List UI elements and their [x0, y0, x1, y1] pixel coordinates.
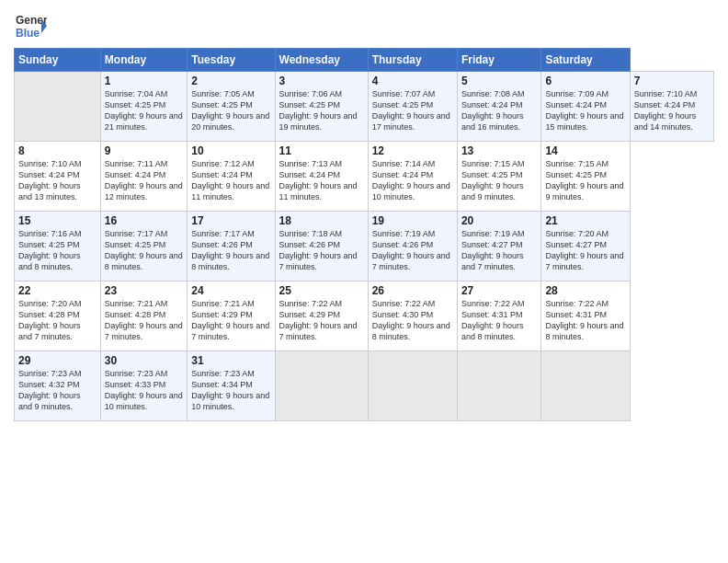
- calendar-cell: 1 Sunrise: 7:04 AMSunset: 4:25 PMDayligh…: [100, 72, 187, 142]
- day-number: 23: [105, 284, 183, 297]
- calendar-cell: [15, 72, 101, 142]
- day-number: 18: [279, 214, 364, 227]
- calendar-cell: 5 Sunrise: 7:08 AMSunset: 4:24 PMDayligh…: [457, 72, 541, 142]
- day-detail: Sunrise: 7:18 AMSunset: 4:26 PMDaylight:…: [279, 229, 358, 271]
- logo-svg: General Blue: [14, 9, 47, 42]
- day-number: 2: [191, 75, 270, 87]
- day-detail: Sunrise: 7:11 AMSunset: 4:24 PMDaylight:…: [105, 159, 183, 201]
- day-header-saturday: Saturday: [541, 49, 630, 72]
- calendar-cell: 22 Sunrise: 7:20 AMSunset: 4:28 PMDaylig…: [15, 282, 101, 351]
- day-number: 29: [18, 354, 97, 367]
- calendar-cell: 24 Sunrise: 7:21 AMSunset: 4:29 PMDaylig…: [188, 282, 275, 351]
- day-detail: Sunrise: 7:09 AMSunset: 4:24 PMDaylight:…: [545, 89, 623, 132]
- day-detail: Sunrise: 7:23 AMSunset: 4:34 PMDaylight:…: [191, 369, 269, 411]
- day-number: 19: [372, 214, 453, 227]
- day-header-thursday: Thursday: [368, 49, 457, 72]
- day-number: 10: [191, 144, 270, 157]
- calendar-cell: 31 Sunrise: 7:23 AMSunset: 4:34 PMDaylig…: [188, 351, 275, 421]
- day-number: 30: [105, 354, 183, 367]
- calendar-cell: 17 Sunrise: 7:17 AMSunset: 4:26 PMDaylig…: [188, 212, 275, 282]
- calendar-cell: 16 Sunrise: 7:17 AMSunset: 4:25 PMDaylig…: [100, 212, 187, 282]
- calendar-cell: [275, 351, 368, 421]
- day-detail: Sunrise: 7:19 AMSunset: 4:26 PMDaylight:…: [372, 229, 450, 271]
- calendar-cell: 30 Sunrise: 7:23 AMSunset: 4:33 PMDaylig…: [100, 351, 187, 421]
- calendar-cell: 25 Sunrise: 7:22 AMSunset: 4:29 PMDaylig…: [275, 282, 368, 351]
- day-number: 7: [634, 75, 710, 87]
- day-number: 9: [105, 144, 183, 157]
- calendar-cell: 21 Sunrise: 7:20 AMSunset: 4:27 PMDaylig…: [541, 212, 630, 282]
- calendar-cell: 6 Sunrise: 7:09 AMSunset: 4:24 PMDayligh…: [541, 72, 630, 142]
- calendar-cell: 26 Sunrise: 7:22 AMSunset: 4:30 PMDaylig…: [368, 282, 457, 351]
- day-detail: Sunrise: 7:14 AMSunset: 4:24 PMDaylight:…: [372, 159, 450, 201]
- day-number: 8: [18, 144, 97, 157]
- calendar-cell: [457, 351, 541, 421]
- day-detail: Sunrise: 7:19 AMSunset: 4:27 PMDaylight:…: [461, 229, 525, 271]
- calendar-cell: 10 Sunrise: 7:12 AMSunset: 4:24 PMDaylig…: [188, 142, 275, 212]
- calendar-cell: 8 Sunrise: 7:10 AMSunset: 4:24 PMDayligh…: [15, 142, 101, 212]
- calendar-cell: [368, 351, 457, 421]
- calendar-cell: 4 Sunrise: 7:07 AMSunset: 4:25 PMDayligh…: [368, 72, 457, 142]
- day-detail: Sunrise: 7:23 AMSunset: 4:32 PMDaylight:…: [18, 369, 82, 411]
- day-number: 4: [372, 75, 453, 87]
- calendar-cell: 23 Sunrise: 7:21 AMSunset: 4:28 PMDaylig…: [100, 282, 187, 351]
- day-detail: Sunrise: 7:22 AMSunset: 4:31 PMDaylight:…: [545, 299, 623, 341]
- day-detail: Sunrise: 7:05 AMSunset: 4:25 PMDaylight:…: [191, 89, 269, 132]
- calendar-cell: 19 Sunrise: 7:19 AMSunset: 4:26 PMDaylig…: [368, 212, 457, 282]
- day-detail: Sunrise: 7:08 AMSunset: 4:24 PMDaylight:…: [461, 89, 525, 132]
- calendar-week-1: 1 Sunrise: 7:04 AMSunset: 4:25 PMDayligh…: [15, 72, 714, 142]
- calendar-cell: 29 Sunrise: 7:23 AMSunset: 4:32 PMDaylig…: [15, 351, 101, 421]
- calendar-cell: 18 Sunrise: 7:18 AMSunset: 4:26 PMDaylig…: [275, 212, 368, 282]
- day-number: 1: [105, 75, 183, 87]
- calendar-week-3: 15 Sunrise: 7:16 AMSunset: 4:25 PMDaylig…: [15, 212, 714, 282]
- day-number: 12: [372, 144, 453, 157]
- day-number: 11: [279, 144, 364, 157]
- day-detail: Sunrise: 7:22 AMSunset: 4:31 PMDaylight:…: [461, 299, 525, 341]
- day-number: 22: [18, 284, 97, 297]
- day-number: 13: [461, 144, 538, 157]
- day-detail: Sunrise: 7:17 AMSunset: 4:25 PMDaylight:…: [105, 229, 183, 271]
- calendar-cell: 28 Sunrise: 7:22 AMSunset: 4:31 PMDaylig…: [541, 282, 630, 351]
- day-number: 3: [279, 75, 364, 87]
- calendar-cell: 3 Sunrise: 7:06 AMSunset: 4:25 PMDayligh…: [275, 72, 368, 142]
- calendar-cell: 27 Sunrise: 7:22 AMSunset: 4:31 PMDaylig…: [457, 282, 541, 351]
- calendar-cell: 15 Sunrise: 7:16 AMSunset: 4:25 PMDaylig…: [15, 212, 101, 282]
- day-number: 26: [372, 284, 453, 297]
- day-detail: Sunrise: 7:20 AMSunset: 4:28 PMDaylight:…: [18, 299, 82, 341]
- day-detail: Sunrise: 7:04 AMSunset: 4:25 PMDaylight:…: [105, 89, 183, 132]
- day-detail: Sunrise: 7:21 AMSunset: 4:29 PMDaylight:…: [191, 299, 269, 341]
- calendar-week-5: 29 Sunrise: 7:23 AMSunset: 4:32 PMDaylig…: [15, 351, 714, 421]
- day-number: 25: [279, 284, 364, 297]
- day-header-sunday: Sunday: [15, 49, 101, 72]
- day-detail: Sunrise: 7:20 AMSunset: 4:27 PMDaylight:…: [545, 229, 623, 271]
- day-detail: Sunrise: 7:15 AMSunset: 4:25 PMDaylight:…: [545, 159, 623, 201]
- day-number: 6: [545, 75, 625, 87]
- day-number: 14: [545, 144, 625, 157]
- day-detail: Sunrise: 7:12 AMSunset: 4:24 PMDaylight:…: [191, 159, 269, 201]
- day-number: 28: [545, 284, 625, 297]
- day-detail: Sunrise: 7:06 AMSunset: 4:25 PMDaylight:…: [279, 89, 358, 132]
- day-number: 20: [461, 214, 538, 227]
- calendar-cell: 7 Sunrise: 7:10 AMSunset: 4:24 PMDayligh…: [630, 72, 713, 142]
- day-header-wednesday: Wednesday: [275, 49, 368, 72]
- calendar-cell: 12 Sunrise: 7:14 AMSunset: 4:24 PMDaylig…: [368, 142, 457, 212]
- calendar-week-2: 8 Sunrise: 7:10 AMSunset: 4:24 PMDayligh…: [15, 142, 714, 212]
- svg-text:Blue: Blue: [16, 27, 40, 40]
- calendar-cell: [541, 351, 630, 421]
- calendar-table: SundayMondayTuesdayWednesdayThursdayFrid…: [14, 48, 714, 421]
- calendar-container: General Blue SundayMondayTuesdayWednesda…: [0, 0, 728, 563]
- header: General Blue: [14, 9, 714, 42]
- day-detail: Sunrise: 7:22 AMSunset: 4:29 PMDaylight:…: [279, 299, 358, 341]
- calendar-cell: 20 Sunrise: 7:19 AMSunset: 4:27 PMDaylig…: [457, 212, 541, 282]
- day-number: 17: [191, 214, 270, 227]
- day-detail: Sunrise: 7:21 AMSunset: 4:28 PMDaylight:…: [105, 299, 183, 341]
- day-number: 24: [191, 284, 270, 297]
- day-number: 5: [461, 75, 538, 87]
- calendar-cell: 2 Sunrise: 7:05 AMSunset: 4:25 PMDayligh…: [188, 72, 275, 142]
- day-header-friday: Friday: [457, 49, 541, 72]
- day-detail: Sunrise: 7:16 AMSunset: 4:25 PMDaylight:…: [18, 229, 82, 271]
- day-header-tuesday: Tuesday: [188, 49, 275, 72]
- day-detail: Sunrise: 7:13 AMSunset: 4:24 PMDaylight:…: [279, 159, 358, 201]
- day-number: 15: [18, 214, 97, 227]
- day-detail: Sunrise: 7:10 AMSunset: 4:24 PMDaylight:…: [634, 89, 698, 132]
- calendar-cell: 13 Sunrise: 7:15 AMSunset: 4:25 PMDaylig…: [457, 142, 541, 212]
